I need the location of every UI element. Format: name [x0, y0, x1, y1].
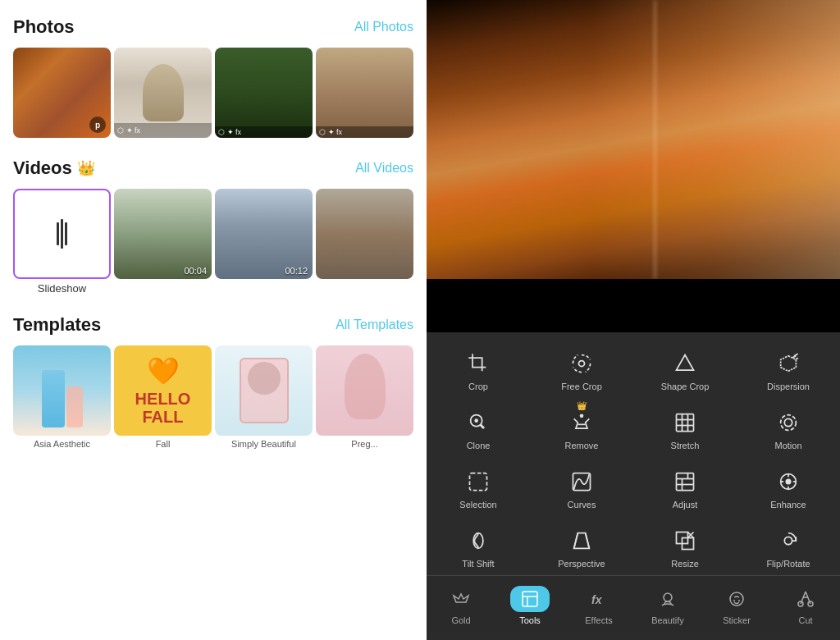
tool-stretch[interactable]: Stretch	[633, 398, 737, 457]
tool-tilt-shift[interactable]: Tilt Shift	[427, 516, 530, 575]
photo-thumb-1[interactable]: p	[13, 48, 111, 138]
template-grid: Asia Aesthetic 🧡 HELLOFALL Fall Sim	[13, 345, 413, 449]
svg-point-45	[733, 600, 735, 601]
svg-rect-17	[470, 473, 487, 491]
beautify-label: Beautify	[651, 615, 684, 625]
tilt-shift-label: Tilt Shift	[462, 559, 494, 569]
tool-dispersion[interactable]: Dispersion	[737, 339, 840, 398]
video-thumb-building[interactable]: 00:12	[215, 189, 313, 279]
template-preg[interactable]	[316, 345, 413, 436]
template-fall-wrapper: 🧡 HELLOFALL Fall	[114, 345, 212, 449]
tool-shape-crop[interactable]: Shape Crop	[633, 339, 737, 398]
photo-thumb-3[interactable]: ⬡ ✦ fx	[215, 48, 313, 138]
shape-crop-icon	[670, 349, 700, 378]
remove-crown-icon: 👑	[577, 401, 587, 410]
left-panel: Photos All Photos p ⬡ ✦ fx ⬡ ✦ fx ⬡ ✦ fx	[0, 0, 427, 640]
templates-title: Templates	[13, 314, 101, 336]
gold-label: Gold	[451, 615, 470, 625]
svg-point-8	[580, 414, 584, 418]
beautify-icon	[655, 586, 681, 612]
tool-enhance[interactable]: Enhance	[737, 457, 840, 516]
tools-overlay: Crop Free Crop Shape Crop	[427, 332, 840, 640]
adjust-icon	[670, 467, 700, 496]
perspective-label: Perspective	[558, 559, 605, 569]
videos-section-header: Videos 👑 All Videos	[13, 158, 413, 179]
videos-title: Videos	[13, 158, 72, 179]
template-asia[interactable]	[13, 345, 111, 436]
tool-free-crop[interactable]: Free Crop	[530, 339, 633, 398]
motion-label: Motion	[774, 441, 801, 450]
slideshow-thumb[interactable]	[13, 189, 111, 279]
tool-clone[interactable]: Clone	[427, 398, 530, 457]
template-preg-wrapper: Preg...	[316, 345, 413, 449]
tool-crop[interactable]: Crop	[427, 339, 530, 398]
tool-selection[interactable]: Selection	[427, 457, 530, 516]
nav-effects[interactable]: fx Effects	[564, 583, 633, 629]
tool-resize[interactable]: Resize	[633, 516, 737, 575]
tools-icon-bg	[510, 586, 550, 612]
svg-line-4	[796, 358, 797, 359]
resize-icon	[670, 526, 700, 555]
svg-line-33	[586, 533, 590, 549]
template-fall[interactable]: 🧡 HELLOFALL	[114, 345, 212, 436]
photo-thumb-2[interactable]: ⬡ ✦ fx	[114, 48, 212, 138]
all-videos-link[interactable]: All Videos	[355, 161, 413, 176]
template-simply-wrapper: Simply Beautiful	[215, 345, 313, 449]
tool-perspective[interactable]: Perspective	[530, 516, 633, 575]
crop-icon	[463, 349, 493, 378]
template-simply[interactable]	[215, 345, 313, 436]
photo-thumb-4[interactable]: ⬡ ✦ fx	[316, 48, 413, 138]
crop-label: Crop	[468, 382, 488, 391]
flip-rotate-icon	[774, 526, 803, 555]
remove-label: Remove	[565, 441, 599, 450]
svg-marker-1	[677, 355, 694, 371]
video-thumb-forest[interactable]: 00:04	[114, 189, 212, 279]
free-crop-label: Free Crop	[561, 382, 602, 391]
enhance-label: Enhance	[770, 500, 806, 510]
resize-label: Resize	[671, 559, 699, 569]
video-duration-1: 00:04	[184, 266, 207, 276]
tool-adjust[interactable]: Adjust	[633, 457, 737, 516]
photo-overlay-2: ⬡ ✦ fx	[114, 123, 212, 138]
arrow-bar-right	[65, 222, 67, 245]
svg-rect-19	[677, 473, 694, 491]
template-fall-label: Fall	[114, 439, 212, 449]
tool-flip-rotate[interactable]: Flip/Rotate	[737, 516, 840, 575]
svg-point-46	[738, 600, 740, 601]
all-photos-link[interactable]: All Photos	[354, 20, 413, 34]
nav-cut[interactable]: Cut	[771, 583, 840, 629]
tool-remove[interactable]: 👑 Remove	[530, 398, 633, 457]
cut-icon	[792, 586, 819, 612]
templates-section-header: Templates All Templates	[13, 314, 413, 336]
effects-label: Effects	[585, 615, 612, 625]
stretch-label: Stretch	[671, 441, 700, 450]
tool-motion[interactable]: Motion	[737, 398, 840, 457]
template-simply-label: Simply Beautiful	[215, 439, 313, 449]
curves-label: Curves	[568, 500, 596, 510]
clone-icon	[463, 408, 493, 437]
photo-grid: p ⬡ ✦ fx ⬡ ✦ fx ⬡ ✦ fx	[13, 48, 413, 138]
nav-tools[interactable]: Tools	[495, 583, 564, 629]
template-asia-label: Asia Aesthetic	[13, 439, 111, 449]
svg-point-38	[784, 537, 792, 544]
effects-icon: fx	[586, 586, 612, 612]
nav-beautify[interactable]: Beautify	[633, 583, 702, 629]
nav-sticker[interactable]: Sticker	[702, 583, 771, 629]
video-thumb-4[interactable]	[316, 189, 413, 279]
videos-title-row: Videos 👑	[13, 158, 95, 179]
nav-gold[interactable]: Gold	[427, 583, 495, 629]
perspective-icon	[567, 526, 596, 555]
photos-section-header: Photos All Photos	[13, 16, 413, 38]
templates-section: Templates All Templates Asia Aesthetic 🧡	[13, 314, 413, 449]
videos-section: Videos 👑 All Videos Slideshow 00:04	[13, 158, 413, 295]
svg-point-7	[474, 418, 478, 423]
sweater-icon: 🧡	[147, 355, 180, 386]
all-templates-link[interactable]: All Templates	[336, 318, 413, 332]
sticker-label: Sticker	[723, 615, 751, 625]
video-duration-2: 00:12	[285, 266, 308, 276]
curves-icon	[567, 467, 596, 496]
tool-curves[interactable]: Curves	[530, 457, 633, 516]
video-grid: Slideshow 00:04 00:12	[13, 189, 413, 295]
selection-icon	[463, 467, 493, 496]
stretch-icon	[670, 408, 700, 437]
